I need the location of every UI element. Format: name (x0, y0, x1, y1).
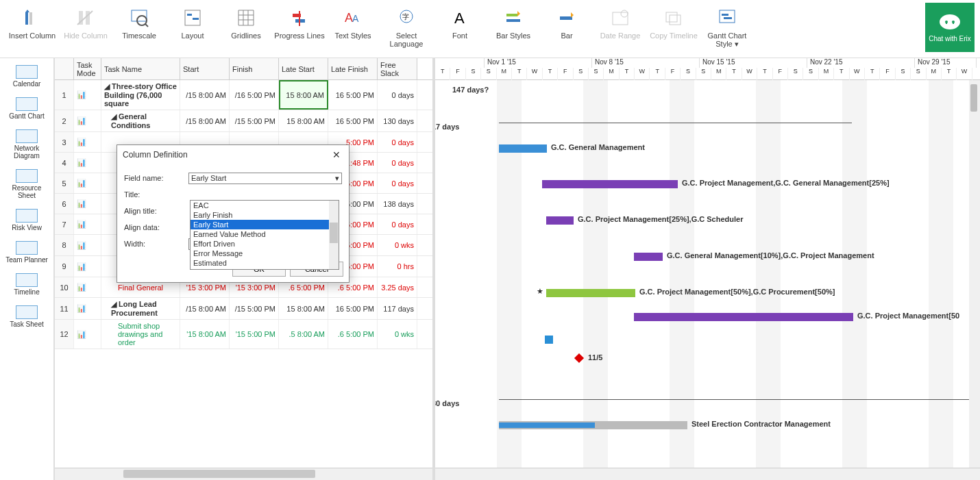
ribbon-text-styles[interactable]: AAText Styles (326, 3, 380, 54)
ribbon-progress-lines[interactable]: Progress Lines (273, 3, 326, 54)
gantt-bar[interactable] (545, 336, 553, 344)
free-slack-cell[interactable]: 0 hrs (378, 256, 417, 277)
table-row[interactable]: 1📊◢ Three-story Office Building (76,000 … (55, 80, 432, 110)
ribbon-gridlines[interactable]: Gridlines (219, 3, 273, 54)
free-slack-cell[interactable]: 0 days (378, 132, 417, 152)
day-header: T (865, 68, 880, 80)
day-header: S (911, 68, 926, 80)
free-slack-cell[interactable]: 0 days (378, 173, 417, 193)
task-name-cell[interactable]: ◢ Three-story Office Building (76,000 sq… (101, 80, 180, 110)
finish-cell[interactable]: /16 5:00 PM (230, 80, 279, 110)
day-header: S (896, 68, 911, 80)
table-row[interactable]: 11📊◢ Long Lead Procurement/15 8:00 AM/15… (55, 298, 432, 320)
task-name-cell[interactable]: Submit shop drawings and order (101, 320, 180, 349)
dropdown-option[interactable]: Error Message (191, 249, 339, 258)
sidebar-item-label: Gantt Chart (9, 112, 45, 120)
close-icon[interactable]: ✕ (330, 149, 343, 160)
field-name-dropdown[interactable]: EACEarly FinishEarly StartEarned Value M… (190, 200, 339, 270)
ribbon-gantt-style[interactable]: Gantt Chart Style ▾ (700, 3, 754, 54)
late-finish-cell[interactable]: 16 5:00 PM (328, 110, 378, 131)
free-slack-cell[interactable]: 138 days (378, 194, 417, 214)
task-name-cell[interactable]: ◢ General Conditions (101, 110, 180, 131)
free-slack-cell[interactable]: 3.25 days (378, 277, 417, 297)
sidebar-item-network-diagram[interactable]: Network Diagram (5, 127, 49, 162)
table-row[interactable]: 12📊Submit shop drawings and order'15 8:0… (55, 320, 432, 349)
gantt-bar[interactable]: Steel Erection Contractor Management (499, 421, 687, 429)
copy-timeline-icon (663, 7, 685, 29)
gantt-bar[interactable]: G.C. Project Management[25%],G.C Schedul… (546, 216, 574, 225)
ribbon-insert-column[interactable]: Insert Column (5, 3, 59, 54)
gantt-summary-bar (499, 123, 852, 123)
col-late-finish[interactable]: Late Finish (328, 58, 378, 79)
free-slack-cell[interactable]: 0 days (378, 153, 417, 173)
col-free-slack[interactable]: Free Slack (378, 58, 417, 79)
start-cell[interactable]: /15 8:00 AM (180, 298, 230, 319)
dropdown-option[interactable]: Effort Driven (191, 239, 339, 249)
gantt-hscroll[interactable] (435, 468, 980, 480)
late-finish-cell[interactable]: 16 5:00 PM (328, 80, 378, 110)
sidebar-item-risk-view[interactable]: Risk View (5, 206, 49, 234)
finish-cell[interactable]: /15 5:00 PM (230, 298, 279, 319)
ribbon-timescale[interactable]: Timescale (112, 3, 166, 54)
col-task-name[interactable]: Task Name (101, 58, 180, 79)
late-finish-cell[interactable]: .6 5:00 PM (328, 320, 378, 349)
gantt-bar[interactable]: G.C. Project Management,G.C. General Man… (542, 180, 678, 188)
col-rownum[interactable] (55, 58, 74, 79)
svg-rect-33 (953, 21, 954, 24)
start-cell[interactable]: /15 8:00 AM (180, 110, 230, 131)
finish-cell[interactable]: '15 5:00 PM (230, 320, 279, 349)
dialog-titlebar[interactable]: Column Definition ✕ (117, 145, 349, 164)
dropdown-scrollbar[interactable] (329, 201, 339, 269)
free-slack-cell[interactable]: 0 wks (378, 235, 417, 255)
table-row[interactable]: 2📊◢ General Conditions/15 8:00 AM/15 5:0… (55, 110, 432, 132)
gantt-bar[interactable]: G.C. Project Management[50 (634, 313, 853, 321)
ribbon-font[interactable]: AFont (433, 3, 487, 54)
finish-cell[interactable]: /15 5:00 PM (230, 110, 279, 131)
free-slack-cell[interactable]: 0 days (378, 80, 417, 110)
late-start-cell[interactable]: .5 8:00 AM (279, 320, 328, 349)
col-finish[interactable]: Finish (230, 58, 279, 79)
ribbon-layout[interactable]: Layout (166, 3, 219, 54)
dropdown-option[interactable]: Earned Value Method (191, 229, 339, 239)
gantt-bar[interactable]: ★G.C. Project Management[50%],G.C Procur… (546, 289, 635, 297)
gantt-bar[interactable]: G.C. General Management (499, 144, 547, 153)
dropdown-option[interactable]: Early Finish (191, 210, 339, 220)
chat-bubble-icon (938, 13, 961, 34)
sidebar-item-team-planner[interactable]: Team Planner (5, 238, 49, 266)
ribbon-bar[interactable]: Bar (540, 3, 593, 54)
late-finish-cell[interactable]: 16 5:00 PM (328, 298, 378, 319)
dropdown-option[interactable]: EAC (191, 201, 339, 210)
sidebar-item-resource-sheet[interactable]: Resource Sheet (5, 166, 49, 202)
gantt-body[interactable]: 147 days?17 daysG.C. General ManagementG… (435, 80, 980, 468)
col-task-mode[interactable]: Task Mode (74, 58, 101, 79)
col-start[interactable]: Start (180, 58, 230, 79)
chat-with-erix-button[interactable]: Chat with Erix (925, 3, 975, 52)
day-header: M (604, 68, 619, 80)
sidebar-item-timeline[interactable]: Timeline (5, 270, 49, 299)
dropdown-option[interactable]: Early Start (191, 220, 339, 229)
sidebar-item-gantt-chart[interactable]: Gantt Chart (5, 94, 49, 123)
gantt-vscroll[interactable] (969, 80, 980, 468)
col-late-start[interactable]: Late Start (279, 58, 328, 79)
free-slack-cell[interactable]: 130 days (378, 110, 417, 131)
start-cell[interactable]: /15 8:00 AM (180, 80, 230, 110)
ribbon-bar-styles[interactable]: Bar Styles (487, 3, 540, 54)
field-name-combo[interactable]: Early Start ▾ (188, 173, 342, 184)
late-start-cell[interactable]: 15 8:00 AM (279, 80, 328, 110)
sidebar-item-task-sheet[interactable]: Task Sheet (5, 303, 49, 331)
late-start-cell[interactable]: 15 8:00 AM (279, 298, 328, 319)
ribbon-select-language[interactable]: 字Select Language (380, 3, 433, 54)
task-name-cell[interactable]: ◢ Long Lead Procurement (101, 298, 180, 319)
free-slack-cell[interactable]: 117 days (378, 298, 417, 319)
gantt-timescale[interactable]: Nov 1 '15Nov 8 '15Nov 15 '15Nov 22 '15No… (435, 58, 980, 80)
late-start-cell[interactable]: 15 8:00 AM (279, 110, 328, 131)
dropdown-option[interactable]: External Task (191, 268, 339, 270)
dropdown-option[interactable]: Estimated (191, 258, 339, 268)
start-cell[interactable]: '15 8:00 AM (180, 320, 230, 349)
free-slack-cell[interactable]: 0 days (378, 214, 417, 234)
gantt-bar[interactable]: G.C. General Management[10%],G.C. Projec… (634, 253, 663, 261)
grid-hscroll[interactable] (55, 468, 432, 480)
free-slack-cell[interactable]: 0 wks (378, 320, 417, 349)
hide-column-icon (75, 7, 97, 29)
sidebar-item-calendar[interactable]: Calendar (5, 62, 49, 90)
